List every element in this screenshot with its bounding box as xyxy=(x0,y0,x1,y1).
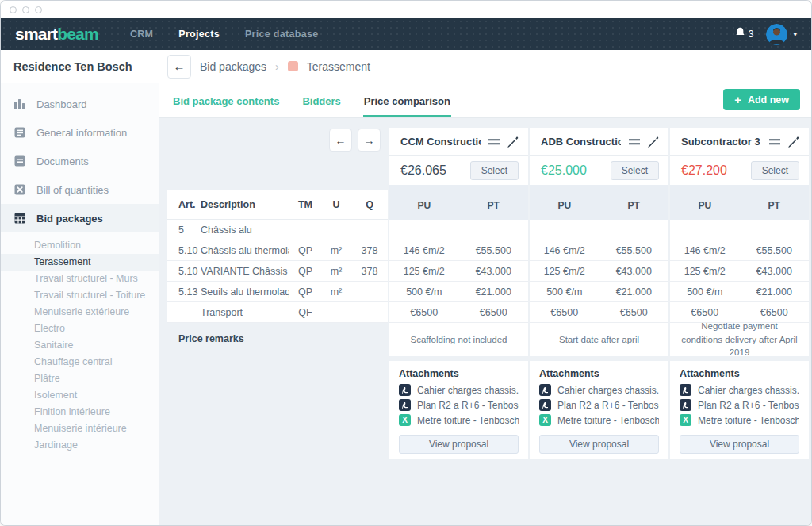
attachment-item[interactable]: XMetre toiture - Tenbosch.xls xyxy=(399,414,519,426)
menu-icon[interactable] xyxy=(769,139,780,145)
cell-total-price: €6500 xyxy=(599,307,669,318)
logo-text-white: smart xyxy=(15,25,57,43)
user-avatar[interactable] xyxy=(766,24,787,45)
view-proposal-button[interactable]: View proposal xyxy=(399,435,519,454)
column-header-description: Description xyxy=(201,199,289,210)
xls-file-icon: X xyxy=(399,414,411,426)
select-bid-button[interactable]: Select xyxy=(751,161,799,180)
cell-unit-price: 125 €m/2 xyxy=(389,266,459,277)
column-header-tm: TM xyxy=(289,199,321,210)
next-bidder-button[interactable]: → xyxy=(358,129,381,152)
attachment-item[interactable]: Plan R2 a R+6 - Tenbosch.pdf xyxy=(539,399,659,411)
cell-unit-price: €6500 xyxy=(389,307,459,318)
bidder-total-row: €25.000Select xyxy=(530,156,668,185)
attachment-item[interactable]: Plan R2 a R+6 - Tenbosch.pdf xyxy=(399,399,519,411)
column-header-pt: PT xyxy=(599,200,669,211)
select-bid-button[interactable]: Select xyxy=(470,161,519,180)
menu-icon[interactable] xyxy=(488,139,500,145)
price-comparison-content: ←→Art.DescriptionTMUQ5Châssis alu5.10Châ… xyxy=(159,118,811,525)
sidebar-subitem-travail-structurel-murs[interactable]: Travail structurel - Murs xyxy=(1,271,159,287)
cell-total-price: €55.500 xyxy=(459,245,529,256)
sidebar-subitem-terassement[interactable]: Terassement xyxy=(1,254,159,271)
prev-bidder-button[interactable]: ← xyxy=(329,129,352,152)
attachment-item[interactable]: Cahier charges chassis... xyxy=(399,384,519,396)
attachment-item[interactable]: XMetre toiture - Tenbosch.xls xyxy=(680,414,799,426)
sidebar-item-documents[interactable]: Documents xyxy=(1,147,159,175)
bidder-column-ccm-construction: CCM Construction€26.065SelectPUPT146 €m/… xyxy=(389,128,528,459)
smartbeam-logo[interactable]: smartbeam xyxy=(15,25,98,44)
cell-total-price: €6500 xyxy=(740,307,810,318)
window-control-icon[interactable] xyxy=(10,6,17,13)
sidebar-subitem-menuiserie-ext-rieure[interactable]: Menuiserie extérieure xyxy=(1,304,159,321)
attachment-item[interactable]: Plan R2 a R+6 - Tenbosch.pdf xyxy=(680,399,799,411)
notifications-button[interactable]: 3 xyxy=(734,26,754,42)
column-header-pt: PT xyxy=(459,200,529,211)
cell-unit-price: €6500 xyxy=(670,307,740,318)
sidebar-subitem-travail-structurel-toiture[interactable]: Travail structurel - Toiture xyxy=(1,287,159,304)
cell-total-price: €21.000 xyxy=(740,286,810,298)
nav-item-price-database[interactable]: Price database xyxy=(232,18,331,50)
sidebar-subitem-demolition[interactable]: Demolition xyxy=(1,237,159,254)
sidebar-subitem-chauffage-central[interactable]: Chauffage central xyxy=(1,354,159,371)
sidebar-subitem-pl-tre[interactable]: Plâtre xyxy=(1,371,159,387)
attachment-item[interactable]: XMetre toiture - Tenbosch.xls xyxy=(539,414,659,426)
sidebar-subitem-sanitaire[interactable]: Sanitaire xyxy=(1,337,159,354)
sidebar-item-label: Documents xyxy=(36,155,89,167)
cell-u: m² xyxy=(321,286,351,298)
breadcrumb-parent[interactable]: Bid packages xyxy=(200,60,266,73)
back-arrow-icon: ← xyxy=(174,60,186,73)
view-proposal-button[interactable]: View proposal xyxy=(539,435,659,454)
user-menu-caret-icon[interactable]: ▾ xyxy=(793,30,797,38)
pu-pt-header-row: PUPT xyxy=(670,190,809,220)
price-row: 146 €m/2€55.500 xyxy=(530,240,668,261)
select-bid-button[interactable]: Select xyxy=(611,161,659,180)
breadcrumb-current: Terassement xyxy=(307,60,370,73)
sidebar-subitem-electro[interactable]: Electro xyxy=(1,321,159,337)
menu-icon[interactable] xyxy=(629,139,640,145)
cell-unit-price: 146 €m/2 xyxy=(389,245,459,256)
price-row: €6500€6500 xyxy=(389,302,528,323)
cell-art: 5.10 xyxy=(167,266,201,277)
tab-price-comparison[interactable]: Price comparison xyxy=(363,95,451,117)
column-header-art: Art. xyxy=(167,199,201,210)
cell-description: Châssis alu xyxy=(201,225,289,236)
item-row: 5.10VARIANTE Châssis PWCQPm²378 xyxy=(167,261,388,282)
add-new-button[interactable]: + Add new xyxy=(723,89,800,110)
back-button[interactable]: ← xyxy=(167,55,191,79)
cell-total-price: €43.000 xyxy=(459,266,529,277)
arrow-right-icon: → xyxy=(364,134,375,147)
pdf-file-icon xyxy=(539,384,551,396)
arrow-left-icon: ← xyxy=(335,134,347,147)
tab-bid-package-contents[interactable]: Bid package contents xyxy=(172,95,280,117)
sidebar-subitem-menuiserie-int-rieure[interactable]: Menuiserie intérieure xyxy=(1,420,159,437)
item-row: TransportQF xyxy=(167,302,388,323)
sidebar-menu: DashboardGeneral informationDocumentsBil… xyxy=(1,83,159,232)
window-control-icon[interactable] xyxy=(35,6,42,13)
nav-item-projects[interactable]: Projects xyxy=(166,18,232,50)
sidebar-item-bill-of-quantities[interactable]: Bill of quantities xyxy=(1,175,159,204)
window-control-icon[interactable] xyxy=(22,6,29,13)
sidebar-item-general-information[interactable]: General information xyxy=(1,118,159,147)
attachment-item[interactable]: Cahier charges chassis... xyxy=(680,384,799,396)
attachment-item[interactable]: Cahier charges chassis... xyxy=(539,384,659,396)
nav-item-crm[interactable]: CRM xyxy=(117,18,166,50)
tab-bidders[interactable]: Bidders xyxy=(301,95,341,117)
sidebar-subitem-isolement[interactable]: Isolement xyxy=(1,387,159,404)
sidebar-subitem-jardinage[interactable]: Jardinage xyxy=(1,437,159,454)
view-proposal-button[interactable]: View proposal xyxy=(680,435,799,454)
sidebar-item-bid-packages[interactable]: Bid packages xyxy=(1,204,159,232)
sidebar-item-dashboard[interactable]: Dashboard xyxy=(1,90,159,118)
bar-chart-icon xyxy=(13,98,26,110)
edit-icon[interactable] xyxy=(648,136,659,148)
attachment-name: Cahier charges chassis... xyxy=(698,385,799,396)
sidebar-subitem-finition-int-rieure[interactable]: Finition intérieure xyxy=(1,404,159,420)
document-icon xyxy=(13,155,26,167)
pdf-file-icon xyxy=(539,399,551,411)
attachments-title: Attachments xyxy=(539,368,659,379)
attachments-card: AttachmentsCahier charges chassis...Plan… xyxy=(670,361,809,459)
notification-count: 3 xyxy=(749,29,754,40)
edit-icon[interactable] xyxy=(508,136,519,148)
app-window: smartbeam CRMProjectsPrice database 3 ▾ … xyxy=(0,0,812,526)
column-header-u: U xyxy=(321,199,351,210)
edit-icon[interactable] xyxy=(788,136,799,148)
